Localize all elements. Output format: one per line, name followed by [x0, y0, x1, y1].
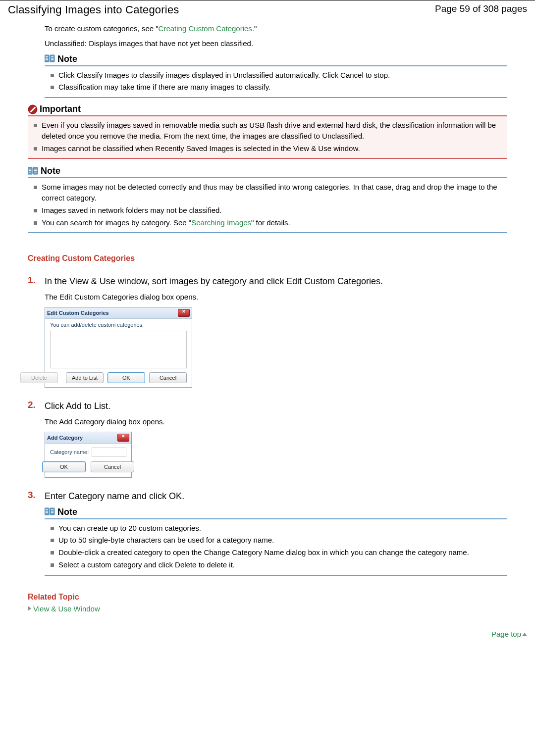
important-block: Important Even if you classify images sa… [28, 104, 507, 159]
ecc-dialog-title: Edit Custom Categories [47, 310, 109, 316]
svg-rect-13 [29, 170, 31, 171]
note2-item-3: You can search for images by category. S… [41, 217, 504, 228]
page-top-link[interactable]: Page top [491, 630, 521, 638]
ac-ok-button[interactable]: OK [42, 461, 86, 472]
page-indicator: Page 59 of 308 pages [435, 3, 527, 14]
svg-rect-16 [34, 170, 37, 171]
svg-rect-14 [29, 172, 31, 172]
svg-rect-23 [51, 509, 54, 510]
intro-pre: To create custom categories, see " [45, 24, 159, 33]
intro-unclassified: Unclassified: Displays images that have … [45, 38, 507, 49]
ac-cancel-button[interactable]: Cancel [91, 461, 134, 472]
related-topic-title: Related Topic [28, 593, 507, 602]
svg-rect-3 [46, 58, 48, 58]
note2-item-2: Images saved in network folders may not … [41, 205, 504, 216]
svg-rect-4 [46, 59, 48, 60]
note2-item-3-pre: You can search for images by category. S… [42, 218, 191, 227]
ecc-category-list[interactable] [50, 331, 187, 368]
dialog-add-category: Add Category Category name: OK Cancel [45, 432, 132, 478]
svg-rect-22 [46, 512, 48, 513]
step-1-title: In the View & Use window, sort images by… [45, 275, 507, 288]
ac-dialog-title: Add Category [47, 435, 83, 441]
svg-rect-6 [51, 58, 54, 58]
svg-rect-24 [51, 511, 54, 511]
note-icon [28, 167, 39, 176]
note3-item-2: Up to 50 single-byte characters can be u… [57, 535, 504, 546]
note-icon [45, 54, 55, 63]
svg-rect-17 [34, 172, 37, 172]
important-item-2: Images cannot be classified when Recentl… [41, 143, 504, 154]
link-view-and-use-window[interactable]: View & Use Window [33, 605, 100, 613]
ecc-dialog-desc: You can add/delete custom categories. [50, 322, 187, 330]
ecc-add-to-list-button[interactable]: Add to List [66, 372, 104, 383]
step-2-title: Click Add to List. [45, 400, 507, 412]
note-icon [45, 507, 55, 516]
note3-item-4: Select a custom category and click Delet… [57, 559, 504, 570]
svg-rect-21 [46, 511, 48, 511]
svg-rect-2 [46, 56, 48, 57]
svg-rect-12 [29, 169, 31, 169]
dialog-edit-custom-categories: Edit Custom Categories You can add/delet… [45, 307, 192, 388]
ac-category-name-label: Category name: [50, 449, 89, 455]
intro-line-1: To create custom categories, see "Creati… [45, 23, 507, 34]
triangle-right-icon [28, 606, 31, 611]
svg-rect-20 [46, 509, 48, 510]
note3-item-3: Double-click a created category to open … [57, 547, 504, 558]
note-block-2: Note Some images may not be detected cor… [28, 166, 507, 233]
note2-item-3-post: " for details. [251, 218, 290, 227]
note2-item-1: Some images may not be detected correctl… [41, 182, 504, 203]
step-2-sub: The Add Category dialog box opens. [45, 417, 507, 426]
important-item-1: Even if you classify images saved in rem… [41, 120, 504, 142]
ecc-delete-button[interactable]: Delete [20, 372, 58, 383]
intro-post: ." [252, 24, 257, 33]
note3-item-1: You can create up to 20 custom categorie… [57, 523, 504, 534]
note-label: Note [57, 54, 77, 64]
step-1-sub: The Edit Custom Categories dialog box op… [45, 293, 507, 301]
note-block-3: Note You can create up to 20 custom cate… [45, 507, 507, 576]
svg-rect-7 [51, 59, 54, 60]
link-creating-custom-categories[interactable]: Creating Custom Categories [159, 24, 252, 33]
page-title: Classifying Images into Categories [8, 3, 179, 16]
link-searching-images[interactable]: Searching Images [191, 218, 251, 227]
svg-rect-5 [51, 56, 54, 57]
step-3-title: Enter Category name and click OK. [45, 490, 507, 503]
note1-item-1: Click Classify Images to classify images… [57, 70, 504, 81]
note-label: Note [41, 166, 60, 176]
ecc-ok-button[interactable]: OK [107, 372, 145, 383]
close-icon[interactable] [117, 434, 129, 442]
important-icon [28, 104, 38, 114]
arrow-up-icon [522, 633, 527, 636]
note-block-1: Note Click Classify Images to classify i… [45, 54, 507, 99]
step-1: In the View & Use window, sort images by… [28, 275, 507, 388]
note-label: Note [57, 507, 77, 517]
ac-category-name-input[interactable] [92, 448, 126, 456]
step-3: Enter Category name and click OK. Note [28, 490, 507, 575]
important-label: Important [40, 104, 81, 114]
close-icon[interactable] [178, 309, 190, 317]
step-2: Click Add to List. The Add Category dial… [28, 400, 507, 478]
ecc-cancel-button[interactable]: Cancel [149, 372, 187, 383]
note1-item-2: Classification may take time if there ar… [57, 82, 504, 93]
svg-rect-15 [34, 169, 37, 169]
svg-rect-25 [51, 512, 54, 513]
section-title-creating-custom-categories: Creating Custom Categories [28, 254, 507, 263]
